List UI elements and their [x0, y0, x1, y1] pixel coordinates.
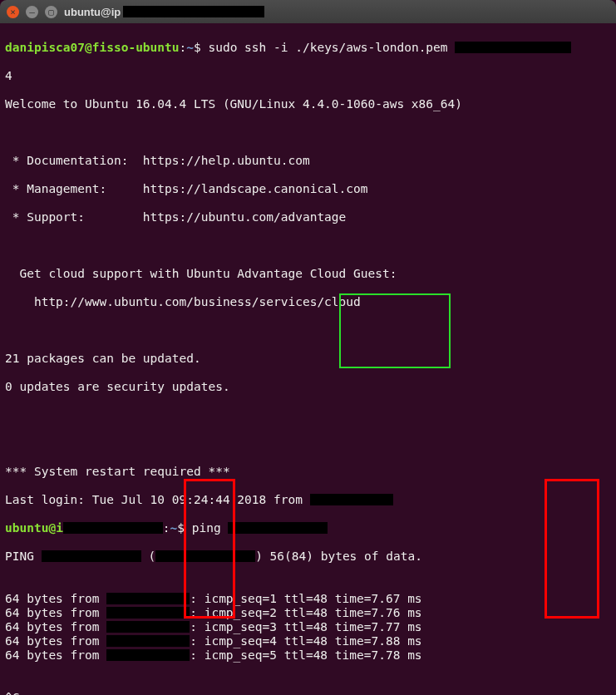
ping-ttl: ttl=48 — [284, 634, 328, 648]
minimize-icon[interactable]: – — [26, 6, 38, 18]
prompt-path: ~ — [186, 41, 194, 54]
prompt-user: ubuntu — [5, 521, 48, 535]
ping-ttl: ttl=48 — [284, 592, 328, 605]
redacted — [228, 522, 328, 534]
command-text: sudo ssh -i ./keys/aws-london.pem — [208, 41, 455, 54]
ping-row: 64 bytes from : icmp_seq=2 ttl=48 time=7… — [5, 606, 611, 620]
ping-ttl: ttl=48 — [284, 606, 328, 619]
prompt-host: i — [56, 521, 63, 535]
ping-row: 64 bytes from : icmp_seq=1 ttl=48 time=7… — [5, 592, 611, 606]
ping-time: time=7.76 ms — [335, 606, 422, 619]
redacted — [106, 649, 190, 661]
redacted — [42, 550, 141, 562]
window-title: ubuntu@ip — [64, 5, 264, 19]
output-line: Last login: Tue Jul 10 09:24:44 2018 fro… — [5, 493, 310, 506]
redacted — [106, 607, 190, 619]
output-line: * Documentation: https://help.ubuntu.com — [5, 154, 310, 167]
output-line: * Support: https://ubuntu.com/advantage — [5, 210, 346, 224]
redacted — [63, 522, 163, 534]
redacted — [106, 635, 190, 647]
ping-row: 64 bytes from : icmp_seq=4 ttl=48 time=7… — [5, 634, 611, 648]
output-line: *** System restart required *** — [5, 465, 230, 478]
maximize-icon[interactable]: ▢ — [45, 6, 57, 18]
ping-row: 64 bytes from : icmp_seq=5 ttl=48 time=7… — [5, 648, 611, 663]
ctrl-c: ^C — [5, 691, 19, 695]
output-line: 4 — [5, 69, 12, 82]
output-line: Get cloud support with Ubuntu Advantage … — [5, 267, 397, 280]
output-line: PING — [5, 550, 42, 563]
ping-time: time=7.78 ms — [335, 648, 422, 662]
ping-ttl: ttl=48 — [284, 648, 328, 662]
ping-time: time=7.88 ms — [335, 634, 422, 648]
redacted — [106, 593, 190, 604]
prompt-host: fisso-ubuntu — [92, 41, 180, 54]
ping-time: time=7.67 ms — [335, 592, 422, 605]
redacted — [455, 42, 571, 53]
output-line: 0 updates are security updates. — [5, 380, 230, 393]
window-titlebar: × – ▢ ubuntu@ip — [0, 0, 616, 23]
output-line: Welcome to Ubuntu 16.04.4 LTS (GNU/Linux… — [5, 97, 462, 111]
terminal[interactable]: danipisca07@fisso-ubuntu:~$ sudo ssh -i … — [0, 23, 616, 695]
ping-time: time=7.77 ms — [335, 620, 422, 633]
command-text: ping — [192, 521, 229, 535]
ping-row: 64 bytes from : icmp_seq=3 ttl=48 time=7… — [5, 620, 611, 634]
ping-ttl: ttl=48 — [284, 620, 328, 633]
output-line: http://www.ubuntu.com/business/services/… — [5, 295, 361, 308]
close-icon[interactable]: × — [7, 6, 19, 18]
prompt-user: danipisca07 — [5, 41, 85, 54]
redacted — [106, 621, 190, 633]
redacted — [310, 494, 393, 505]
redacted — [155, 550, 255, 562]
output-line: 21 packages can be updated. — [5, 352, 201, 365]
output-line: * Management: https://landscape.canonica… — [5, 182, 368, 195]
